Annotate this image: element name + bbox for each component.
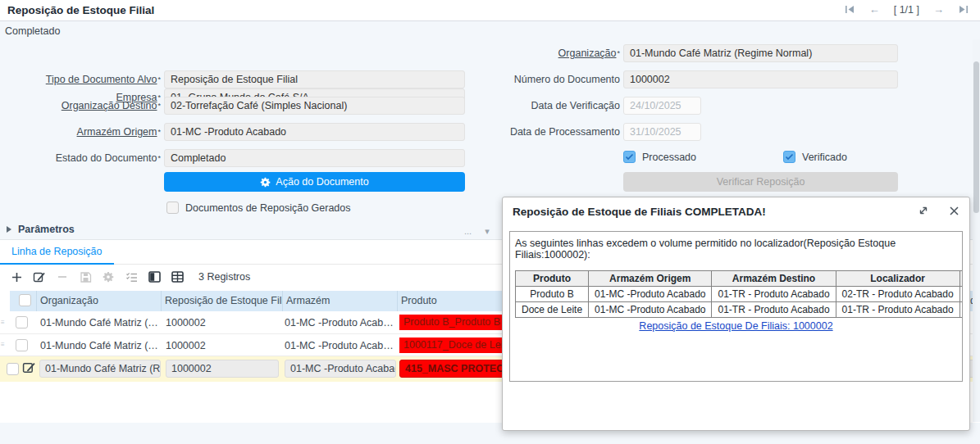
row-checkbox[interactable] bbox=[7, 363, 19, 375]
dlg-cell: Doce de Leite bbox=[516, 302, 589, 318]
processado-label: Processado bbox=[642, 152, 696, 163]
scrollbar-thumb[interactable] bbox=[973, 61, 979, 213]
table-row: Produto B 01-MC -Produto Acabado 01-TR -… bbox=[516, 287, 964, 302]
edit-row-icon[interactable] bbox=[22, 361, 36, 378]
data-processamento-field: 31/10/2025 bbox=[623, 123, 701, 141]
record-pager: ← [ 1/1 ] → bbox=[845, 3, 969, 16]
field-label-armazem-origem[interactable]: Armazém Origem bbox=[0, 123, 161, 141]
page-title: Reposição de Estoque Filial bbox=[7, 4, 154, 16]
doc-action-button[interactable]: Ação do Documento bbox=[164, 172, 465, 192]
dlg-col-armazem-origem: Armazém Origem bbox=[589, 271, 712, 287]
dlg-col-armazem-destino: Armazém Destino bbox=[712, 271, 836, 287]
tab-linha-de-reposicao[interactable]: Linha de Reposição bbox=[0, 240, 114, 265]
organizacao-destino-field[interactable]: 02-Torrefação Café (Simples Nacional) bbox=[164, 97, 465, 115]
select-all-cell[interactable] bbox=[10, 291, 37, 311]
field-label-data-processamento: Data de Processamento bbox=[459, 123, 620, 141]
field-label-numero-documento: Número do Documento bbox=[459, 70, 620, 88]
first-record-icon[interactable] bbox=[845, 5, 855, 14]
dlg-cell: Produto B bbox=[516, 287, 589, 302]
close-icon[interactable] bbox=[949, 206, 959, 216]
dlg-cell: 01-TR - Produto Acabado bbox=[712, 302, 836, 318]
organizacao-field[interactable]: 01-Mundo Café Matriz (Regime Normal) bbox=[623, 44, 898, 62]
page-indicator: [ 1/1 ] bbox=[894, 4, 919, 16]
cell-reposicao: 1000002 bbox=[166, 312, 272, 333]
edit-row-icon[interactable] bbox=[28, 271, 51, 283]
cell-armazem: 01-MC -Produto Acabado bbox=[285, 312, 398, 333]
completion-dialog: Reposição de Estoque de Filiais COMPLETA… bbox=[502, 197, 970, 431]
row-drag-handle-icon: ≡ bbox=[1, 319, 7, 326]
expand-triangle-icon bbox=[7, 226, 11, 233]
dlg-cell-qtd: 85 bbox=[959, 302, 963, 318]
split-pane-icon[interactable] bbox=[143, 271, 166, 283]
record-count: 3 Registros bbox=[198, 271, 250, 283]
generated-docs-checkbox-row[interactable]: Documentos de Reposição Gerados bbox=[166, 202, 351, 214]
dialog-message-box: As seguintes linhas excedem o volume per… bbox=[509, 231, 963, 382]
processado-checkbox-row[interactable]: Processado bbox=[623, 151, 696, 163]
row-drag-handle-icon: ≡ bbox=[1, 342, 7, 348]
parameters-tools: ... ▾ bbox=[464, 226, 490, 237]
checklist-icon[interactable] bbox=[120, 271, 143, 283]
cell-organizacao: 01-Mundo Café Matriz (Regime Normal) bbox=[40, 312, 158, 333]
generated-docs-checkbox[interactable] bbox=[166, 202, 179, 214]
exceeded-lines-table: Produto Armazém Origem Armazém Destino L… bbox=[515, 270, 963, 318]
app-window: Reposição de Estoque Filial ← [ 1/1 ] → … bbox=[0, 0, 980, 444]
field-label-estado-documento: Estado do Documento bbox=[0, 149, 161, 167]
cell-organizacao: 01-Mundo Café Matriz (Regime Normal) bbox=[40, 335, 158, 356]
vertical-scrollbar[interactable] bbox=[973, 39, 980, 422]
dialog-title: Reposição de Estoque de Filiais COMPLETA… bbox=[513, 206, 766, 218]
document-link[interactable]: Reposição de Estoque De Filiais: 1000002 bbox=[515, 320, 957, 332]
check-icon bbox=[785, 153, 794, 161]
numero-documento-field[interactable]: 1000002 bbox=[623, 70, 898, 88]
verificar-reposicao-button: Verificar Reposição bbox=[623, 172, 898, 192]
armazem-origem-field[interactable]: 01-MC -Produto Acabado bbox=[164, 123, 465, 141]
cell-organizacao-input[interactable]: 01-Mundo Café Matriz (Regime Normal) bbox=[39, 360, 161, 378]
processado-checkbox[interactable] bbox=[623, 151, 636, 163]
dlg-cell: 01-MC -Produto Acabado bbox=[589, 302, 712, 318]
cell-reposicao-input[interactable]: 1000002 bbox=[166, 360, 279, 378]
dlg-col-localizador: Localizador bbox=[836, 271, 959, 287]
table-row: Doce de Leite 01-MC -Produto Acabado 01-… bbox=[516, 302, 964, 318]
dialog-message: As seguintes linhas excedem o volume per… bbox=[515, 238, 957, 261]
cell-produto-error-input[interactable]: 415_MASC PROTECT F bbox=[399, 360, 506, 378]
col-header-armazem[interactable]: Armazém bbox=[283, 291, 398, 311]
tipo-documento-alvo-field[interactable]: Reposição de Estoque Filial bbox=[164, 70, 465, 88]
cell-reposicao: 1000002 bbox=[166, 335, 272, 356]
field-label-organizacao-destino[interactable]: Organização Destino bbox=[0, 97, 161, 115]
expand-dialog-icon[interactable] bbox=[918, 205, 929, 216]
field-label-organizacao[interactable]: Organização bbox=[459, 44, 620, 62]
data-verificacao-field: 24/10/2025 bbox=[623, 97, 701, 115]
field-label-tipo-documento-alvo[interactable]: Tipo de Documento Alvo bbox=[0, 70, 161, 88]
dlg-col-qtd: Qtd bbox=[959, 271, 963, 287]
delete-row-icon bbox=[51, 271, 74, 283]
prev-record-icon[interactable]: ← bbox=[869, 3, 880, 16]
add-row-icon[interactable] bbox=[5, 271, 28, 283]
doc-action-label: Ação do Documento bbox=[276, 176, 368, 188]
verificado-checkbox[interactable] bbox=[783, 151, 795, 163]
estado-documento-field[interactable]: Completado bbox=[164, 149, 465, 167]
overflow-menu-icon[interactable]: ... bbox=[464, 226, 472, 237]
save-icon bbox=[74, 271, 97, 283]
col-header-reposicao[interactable]: Reposição de Estoque Fili... bbox=[162, 291, 283, 311]
parameters-section-header[interactable]: Parâmetros bbox=[7, 224, 75, 235]
row-checkbox[interactable] bbox=[16, 339, 28, 351]
verificar-reposicao-label: Verificar Reposição bbox=[717, 176, 805, 188]
generated-docs-label: Documentos de Reposição Gerados bbox=[185, 202, 351, 214]
verificado-checkbox-row[interactable]: Verificado bbox=[783, 151, 847, 163]
select-all-checkbox[interactable] bbox=[19, 294, 31, 306]
title-bar: Reposição de Estoque Filial ← [ 1/1 ] → bbox=[0, 0, 980, 21]
chevron-down-icon[interactable]: ▾ bbox=[485, 226, 490, 237]
field-label-data-verificacao: Data de Verificação bbox=[459, 97, 620, 115]
cell-armazem-input[interactable]: 01-MC -Produto Acabado bbox=[285, 360, 396, 378]
gear-icon bbox=[260, 177, 271, 188]
dlg-cell: 02-TR - Produto Acabado bbox=[836, 287, 959, 302]
next-record-icon[interactable]: → bbox=[933, 3, 944, 16]
grid-view-icon[interactable] bbox=[166, 271, 189, 283]
last-record-icon[interactable] bbox=[958, 5, 969, 14]
parameters-title: Parâmetros bbox=[18, 224, 75, 235]
row-checkbox[interactable] bbox=[16, 316, 28, 328]
dlg-cell-qtd: 1188.00 bbox=[959, 287, 963, 302]
dlg-col-produto: Produto bbox=[516, 271, 589, 287]
document-status-text: Completado bbox=[5, 25, 60, 37]
process-gear-icon bbox=[97, 271, 120, 283]
col-header-organizacao[interactable]: Organização bbox=[37, 291, 162, 311]
